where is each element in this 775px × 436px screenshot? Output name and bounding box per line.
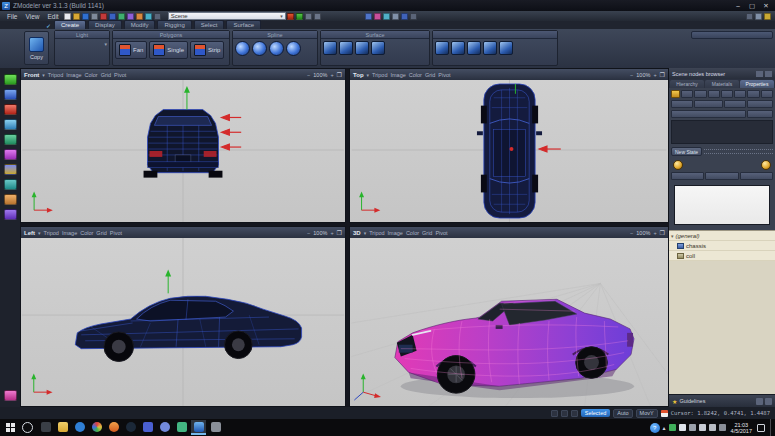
toolbar-icon[interactable] [154, 13, 161, 20]
image-toggle[interactable]: Image [62, 230, 77, 236]
taskbar-app-icon[interactable] [174, 420, 189, 435]
zoom-out-button[interactable]: − [630, 230, 633, 236]
toolbar-icon[interactable] [305, 13, 312, 20]
taskbar-app-icon[interactable] [106, 420, 121, 435]
copy-button[interactable]: Copy [24, 31, 49, 65]
toolbar-icon[interactable] [127, 13, 134, 20]
toolbar-icon[interactable] [145, 13, 152, 20]
cortana-search-button[interactable] [22, 422, 33, 433]
spline-arc-icon[interactable] [235, 41, 250, 56]
close-button[interactable]: ✕ [759, 1, 773, 11]
panel-button[interactable] [747, 110, 773, 118]
zoom-in-button[interactable]: + [653, 72, 656, 78]
material-sphere-icon[interactable] [673, 160, 683, 170]
color-toggle[interactable]: Color [80, 230, 93, 236]
guidelines-tool-icon[interactable] [756, 398, 763, 405]
panel-button[interactable] [761, 90, 773, 98]
chevron-down-icon[interactable]: ▾ [104, 41, 107, 47]
single-button[interactable]: Single [149, 41, 188, 59]
spline-circle-icon[interactable] [252, 41, 267, 56]
panel-button[interactable] [721, 90, 733, 98]
tab-rigging[interactable]: Rigging [157, 20, 191, 29]
mesh-tool-icon[interactable] [499, 41, 513, 55]
view-tool-icon[interactable] [374, 13, 381, 20]
maximize-viewport-button[interactable]: ❐ [337, 229, 342, 236]
show-desktop-button[interactable] [770, 419, 773, 436]
auto-badge[interactable]: Auto [613, 409, 632, 418]
chevron-down-icon[interactable]: ▾ [364, 230, 367, 236]
pivot-toggle[interactable]: Pivot [435, 230, 447, 236]
panel-button[interactable] [705, 172, 738, 180]
guidelines-tool-icon[interactable] [765, 398, 772, 405]
pivot-toggle[interactable]: Pivot [114, 72, 126, 78]
panel-dropdown[interactable] [671, 110, 746, 118]
tab-select[interactable]: Select [194, 20, 225, 29]
view-tool-icon[interactable] [410, 13, 417, 20]
panel-button[interactable] [694, 100, 724, 108]
tab-modify[interactable]: Modify [124, 20, 156, 29]
taskbar-app-icon[interactable] [72, 420, 87, 435]
color-toggle[interactable]: Color [85, 72, 98, 78]
render-quality-bar[interactable] [691, 31, 773, 39]
3d-view-name-dropdown[interactable]: 3D [353, 230, 361, 236]
tab-materials[interactable]: Materials [705, 80, 739, 88]
surface-tool-icon[interactable] [323, 41, 337, 55]
panel-dock-icon[interactable] [756, 71, 763, 77]
grid-toggle[interactable]: Grid [425, 72, 435, 78]
pivot-toggle[interactable]: Pivot [438, 72, 450, 78]
taskbar-app-icon[interactable] [140, 420, 155, 435]
taskbar-app-icon-active[interactable] [191, 420, 206, 435]
zoom-in-button[interactable]: + [330, 230, 333, 236]
tab-properties[interactable]: Properties [740, 80, 774, 88]
top-view-canvas[interactable] [350, 80, 668, 222]
image-toggle[interactable]: Image [66, 72, 81, 78]
antivirus-shield-icon[interactable] [669, 424, 676, 431]
tree-expand-icon[interactable]: ▾ [671, 233, 674, 239]
tree-item-row[interactable]: coll [669, 251, 775, 261]
left-tool-icon[interactable] [4, 89, 17, 100]
volume-icon[interactable] [699, 424, 706, 431]
states-listbox[interactable] [671, 120, 773, 144]
new-file-icon[interactable] [64, 13, 71, 20]
cloud-sync-icon[interactable] [679, 424, 686, 431]
tripod-toggle[interactable]: Tripod [369, 230, 384, 236]
edge-mode-icon[interactable] [296, 13, 303, 20]
taskbar-app-icon[interactable] [55, 420, 70, 435]
maximize-viewport-button[interactable]: ❐ [660, 229, 665, 236]
left-tool-icon[interactable] [4, 179, 17, 190]
guidelines-bar[interactable]: ★ Guidelines [669, 394, 775, 407]
fan-button[interactable]: Fan [115, 41, 147, 59]
tab-display[interactable]: Display [88, 20, 122, 29]
left-tool-icon[interactable] [4, 164, 17, 175]
mesh-tool-icon[interactable] [435, 41, 449, 55]
panel-button[interactable] [747, 100, 773, 108]
maximize-viewport-button[interactable]: ❐ [337, 71, 342, 78]
new-state-button[interactable]: New State [671, 147, 702, 156]
view-tool-icon[interactable] [365, 13, 372, 20]
zoom-in-button[interactable]: + [653, 230, 656, 236]
layout-icon[interactable] [746, 13, 753, 20]
panel-button[interactable] [671, 100, 693, 108]
toolbar-icon[interactable] [136, 13, 143, 20]
menu-edit[interactable]: Edit [43, 13, 62, 20]
status-tool-icon[interactable] [571, 410, 578, 417]
hierarchy-empty-area[interactable] [669, 261, 775, 394]
taskbar-app-icon[interactable] [208, 420, 223, 435]
left-tool-icon[interactable] [4, 149, 17, 160]
grid-toggle[interactable]: Grid [96, 230, 106, 236]
color-toggle[interactable]: Color [406, 230, 419, 236]
taskbar-clock[interactable]: 21:03 4/5/2017 [731, 422, 752, 434]
mesh-tool-icon[interactable] [467, 41, 481, 55]
tab-create[interactable]: Create [54, 20, 86, 29]
help-bubble-icon[interactable]: ? [650, 423, 660, 433]
material-sphere-icon[interactable] [761, 160, 771, 170]
left-tool-icon[interactable] [4, 74, 17, 85]
spline-helix-icon[interactable] [269, 41, 284, 56]
left-tool-icon[interactable] [4, 390, 17, 401]
taskbar-app-icon[interactable] [38, 420, 53, 435]
grid-toggle[interactable]: Grid [101, 72, 111, 78]
toolbar-icon[interactable] [118, 13, 125, 20]
3d-view-canvas[interactable] [350, 238, 668, 406]
import-icon[interactable] [91, 13, 98, 20]
strip-button[interactable]: Strip [190, 41, 224, 59]
